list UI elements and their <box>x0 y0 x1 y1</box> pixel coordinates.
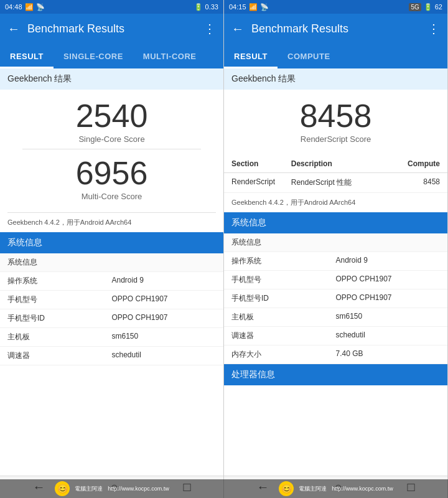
watermark-icon-right: 😊 <box>279 481 294 496</box>
multi-core-label: Multi-Core Score <box>82 192 142 201</box>
render-score: 8458 <box>300 100 372 132</box>
menu-button-right[interactable]: ⋮ <box>427 21 440 36</box>
single-core-label: Single-Core Score <box>78 134 144 144</box>
time-left: 04:48 <box>5 3 22 11</box>
score-area-left: 2540 Single-Core Score 6956 Multi-Core S… <box>0 90 223 212</box>
sys-row-right-1: 操作系统 Android 9 <box>224 252 447 271</box>
sys-row-right-5: 调速器 schedutil <box>224 327 447 345</box>
sys-row-right-0: 系统信息 <box>224 233 447 252</box>
sys-row-left-2: 手机型号 OPPO CPH1907 <box>0 291 223 309</box>
sys-row-left-3: 手机型号ID OPPO CPH1907 <box>0 309 223 328</box>
watermark-url-left: http://www.kocpc.com.tw <box>108 486 169 492</box>
sys-section-header-left: 系统信息 <box>0 232 223 253</box>
score-area-right: 8458 RenderScript Score <box>224 90 447 155</box>
back-button-right[interactable]: ← <box>231 22 244 36</box>
watermark-name-right: 電腦主阿達 <box>299 485 327 493</box>
wifi-icon: 📡 <box>36 3 45 11</box>
battery-text: 0.33 <box>205 3 218 11</box>
single-core-score: 2540 <box>76 100 148 132</box>
processor-section-header: 处理器信息 <box>224 364 447 385</box>
tab-compute-right[interactable]: COMPUTE <box>278 44 340 68</box>
back-button-left[interactable]: ← <box>7 22 20 36</box>
geekbench-section-header-left: Geekbench 结果 <box>0 68 223 90</box>
compute-table-header: Section Description Compute <box>224 155 447 173</box>
5g-icon: 5G <box>409 3 421 11</box>
tab-multi-core[interactable]: MULTI-CORE <box>133 44 207 68</box>
geekbench-info-left: Geekbench 4.4.2，用于Android AArch64 <box>0 213 223 232</box>
battery-icon-right: 🔋 <box>424 3 432 11</box>
watermark-right: 😊 電腦主阿達 http://www.kocpc.com.tw <box>224 479 448 498</box>
tab-bar-right: RESULT COMPUTE <box>224 44 447 68</box>
tab-bar-left: RESULT SINGLE-CORE MULTI-CORE <box>0 44 223 68</box>
tab-result-right[interactable]: RESULT <box>224 44 278 68</box>
tab-result-left[interactable]: RESULT <box>0 44 54 68</box>
battery-text-right: 62 <box>435 3 442 11</box>
watermark-url-right: http://www.kocpc.com.tw <box>332 486 393 492</box>
app-bar-left: ← Benchmark Results ⋮ <box>0 14 223 44</box>
render-label: RenderScript Score <box>301 134 371 144</box>
sys-row-right-4: 主机板 sm6150 <box>224 308 447 327</box>
battery-icon: 🔋 <box>194 3 203 11</box>
sys-row-left-1: 操作系统 Android 9 <box>0 272 223 291</box>
time-right: 04:15 <box>229 3 246 11</box>
watermark-icon-left: 😊 <box>55 481 70 496</box>
wifi-icon-right: 📡 <box>260 3 269 11</box>
sys-row-right-2: 手机型号 OPPO CPH1907 <box>224 271 447 289</box>
compute-table: Section Description Compute RenderScript… <box>224 155 447 193</box>
multi-core-score: 6956 <box>76 157 148 189</box>
watermark-name-left: 電腦主阿達 <box>75 485 103 493</box>
sys-row-left-4: 主机板 sm6150 <box>0 328 223 347</box>
menu-button-left[interactable]: ⋮ <box>203 21 216 36</box>
sys-row-right-6: 内存大小 7.40 GB <box>224 345 447 364</box>
sys-row-right-3: 手机型号ID OPPO CPH1907 <box>224 289 447 308</box>
watermark-left: 😊 電腦主阿達 http://www.kocpc.com.tw <box>0 479 224 498</box>
geekbench-section-header-right: Geekbench 结果 <box>224 68 447 90</box>
geekbench-info-right: Geekbench 4.4.2，用于Android AArch64 <box>224 193 447 212</box>
compute-table-row-0: RenderScript RenderScript 性能 8458 <box>224 173 447 193</box>
sys-row-left-0: 系统信息 <box>0 253 223 272</box>
status-bar-left: 04:48 📶 📡 🔋 0.33 <box>0 0 223 14</box>
signal-icon-right: 📶 <box>249 3 258 11</box>
sys-row-left-5: 调速器 schedutil <box>0 347 223 365</box>
app-bar-title-left: Benchmark Results <box>27 22 196 35</box>
sys-section-header-right: 系统信息 <box>224 212 447 233</box>
app-bar-title-right: Benchmark Results <box>251 22 420 35</box>
status-bar-right: 04:15 📶 📡 5G 🔋 62 <box>224 0 447 14</box>
tab-single-core[interactable]: SINGLE-CORE <box>54 44 133 68</box>
app-bar-right: ← Benchmark Results ⋮ <box>224 14 447 44</box>
signal-icon: 📶 <box>25 3 34 11</box>
